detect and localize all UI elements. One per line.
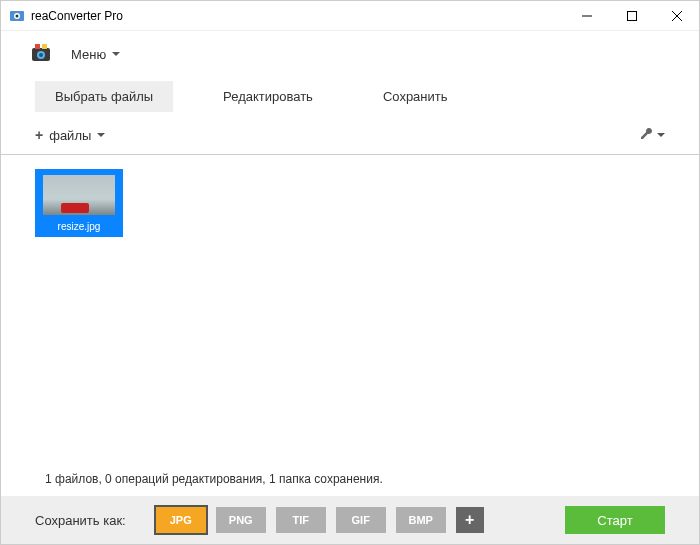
svg-point-2 (16, 14, 19, 17)
close-button[interactable] (654, 1, 699, 31)
plus-icon: + (465, 511, 474, 529)
svg-point-9 (39, 53, 43, 57)
file-thumbnail[interactable]: resize.jpg (35, 169, 123, 237)
titlebar: reaConverter Pro (1, 1, 699, 31)
add-files-button[interactable]: + файлы (35, 127, 105, 143)
chevron-down-icon (112, 52, 120, 56)
minimize-button[interactable] (564, 1, 609, 31)
format-add-button[interactable]: + (456, 507, 484, 533)
menu-button[interactable]: Меню (71, 47, 120, 62)
tab-select-files[interactable]: Выбрать файлы (35, 81, 173, 112)
tab-label: Выбрать файлы (55, 89, 153, 104)
menu-label: Меню (71, 47, 106, 62)
format-label: GIF (352, 514, 370, 526)
format-label: TIF (292, 514, 309, 526)
window-title: reaConverter Pro (31, 9, 564, 23)
chevron-down-icon (97, 133, 105, 137)
format-label: PNG (229, 514, 253, 526)
settings-button[interactable] (639, 126, 665, 144)
app-titlebar-icon (9, 8, 25, 24)
format-tif-button[interactable]: TIF (276, 507, 326, 533)
files-label: файлы (49, 128, 91, 143)
start-button[interactable]: Старт (565, 506, 665, 534)
tab-edit[interactable]: Редактировать (203, 81, 333, 112)
app-logo-icon (29, 42, 53, 66)
window-controls (564, 1, 699, 31)
tab-label: Редактировать (223, 89, 313, 104)
wrench-icon (639, 126, 653, 144)
format-bmp-button[interactable]: BMP (396, 507, 446, 533)
file-grid: resize.jpg (1, 155, 699, 462)
bottom-bar: Сохранить как: JPG PNG TIF GIF BMP + Ста… (1, 496, 699, 544)
svg-rect-11 (42, 44, 47, 49)
format-png-button[interactable]: PNG (216, 507, 266, 533)
maximize-button[interactable] (609, 1, 654, 31)
status-text: 1 файлов, 0 операций редактирования, 1 п… (1, 462, 699, 496)
tabs: Выбрать файлы Редактировать Сохранить (1, 81, 699, 112)
tab-label: Сохранить (383, 89, 448, 104)
chevron-down-icon (657, 133, 665, 137)
thumbnail-filename: resize.jpg (58, 221, 101, 232)
format-label: JPG (170, 514, 192, 526)
svg-rect-10 (35, 44, 40, 49)
toolbar: + файлы (1, 118, 699, 155)
svg-rect-4 (627, 11, 636, 20)
thumbnail-image (43, 175, 115, 215)
format-label: BMP (408, 514, 432, 526)
tab-save[interactable]: Сохранить (363, 81, 468, 112)
start-label: Старт (597, 513, 632, 528)
save-as-label: Сохранить как: (35, 513, 126, 528)
plus-icon: + (35, 127, 43, 143)
format-jpg-button[interactable]: JPG (156, 507, 206, 533)
format-gif-button[interactable]: GIF (336, 507, 386, 533)
menubar: Меню (1, 31, 699, 77)
